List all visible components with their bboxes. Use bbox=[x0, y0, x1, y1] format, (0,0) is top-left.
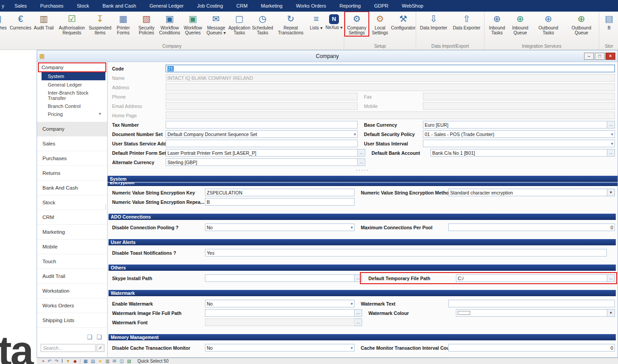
bookmark-icon[interactable]: + bbox=[42, 359, 45, 364]
text-cursor-icon[interactable]: I bbox=[62, 359, 63, 364]
ribbon-item-data-importer[interactable]: ⇩Data Importer bbox=[417, 12, 450, 31]
sidebar-category-audit-trail[interactable]: Audit Trail bbox=[37, 269, 107, 284]
field-input-disable-connection-pooling[interactable]: No▾ bbox=[205, 223, 355, 231]
field-input-disable-cache-transaction-monitor[interactable]: No▾ bbox=[205, 344, 355, 352]
dropdown-button-numeric-value-string-encryption-method[interactable]: ▾ bbox=[607, 189, 615, 196]
ribbon-item-configurator[interactable]: ⚒Configurator bbox=[392, 12, 415, 31]
field-input-cache-monitor-transaction-interval-count[interactable]: 0 bbox=[448, 344, 615, 352]
field-input-watermark-image-file-full-path[interactable] bbox=[205, 309, 355, 317]
form-view-icon[interactable]: ▤ bbox=[91, 359, 95, 364]
ribbon-item-scheduled-tasks[interactable]: ◷Scheduled Tasks bbox=[251, 12, 274, 36]
field-input-home-page[interactable] bbox=[166, 112, 615, 119]
dropdown-caret-icon[interactable]: ▾ bbox=[349, 346, 353, 350]
ellipsis-button-default-bank-account[interactable]: ... bbox=[607, 149, 615, 157]
sidebar-root-company[interactable]: Company bbox=[39, 63, 105, 71]
ellipsis-button-alternate-currency[interactable]: ... bbox=[358, 158, 365, 166]
field-input-email-address[interactable] bbox=[166, 102, 358, 110]
field-input-alternate-currency[interactable]: Sterling [GBP] bbox=[166, 158, 358, 166]
ribbon-item-currencies[interactable]: €Currencies bbox=[9, 12, 32, 31]
ribbon-item-application-tasks[interactable]: ▢Application Tasks bbox=[228, 12, 251, 36]
menu-tab-partial[interactable]: y bbox=[0, 3, 8, 8]
field-input-default-printer-form-set[interactable]: Laser Portrait Printer Form Set [LASER_P… bbox=[166, 149, 358, 157]
field-input-numeric-value-string-encryption-repea[interactable]: B bbox=[205, 198, 355, 206]
field-input-skype-install-path[interactable] bbox=[205, 274, 355, 282]
ribbon-item-audit-trail[interactable]: ▥Audit Trail bbox=[32, 12, 55, 31]
ribbon-item-printer-forms[interactable]: ▦Printer Forms bbox=[112, 12, 135, 36]
chart-icon[interactable]: ▨ bbox=[127, 359, 131, 364]
sidebar-category-stock[interactable]: Stock bbox=[37, 195, 107, 210]
field-input-default-security-policy[interactable]: 01 - Sales - POS (Trade Counter)▾ bbox=[423, 130, 615, 138]
maximize-button[interactable]: □ bbox=[595, 53, 605, 60]
layout-window-icon-a[interactable]: ❑ bbox=[87, 334, 92, 340]
print-icon[interactable]: ▥ bbox=[105, 359, 109, 364]
ellipsis-button-default-temporary-file-path[interactable]: ... bbox=[607, 274, 615, 282]
field-input-watermark-colour[interactable] bbox=[456, 309, 607, 317]
sidebar-category-workstation[interactable]: Workstation bbox=[37, 284, 107, 298]
sidebar-category-marketing[interactable]: Marketing bbox=[37, 225, 107, 240]
sidebar-category-mobile[interactable]: Mobile bbox=[37, 240, 107, 254]
field-input-disable-toast-notifications[interactable]: Yes bbox=[205, 249, 607, 256]
field-input-watermark-text[interactable] bbox=[448, 300, 615, 307]
ribbon-item-inbound-tasks[interactable]: ⊕Inbound Tasks bbox=[485, 12, 509, 36]
menu-tab-works-orders[interactable]: Works Orders bbox=[289, 0, 333, 12]
ellipsis-button-watermark-font[interactable]: ... bbox=[355, 318, 362, 326]
ribbon-item-branches[interactable]: ▤Branches bbox=[0, 12, 9, 31]
sidebar-category-sales[interactable]: Sales bbox=[37, 136, 107, 151]
undo-icon[interactable]: ↶ bbox=[48, 359, 51, 364]
ribbon-item-nexus[interactable]: NNeXus ▾ bbox=[325, 12, 343, 30]
filter-icon[interactable]: ▼ bbox=[66, 359, 70, 364]
ellipsis-button-base-currency[interactable]: ... bbox=[607, 121, 615, 128]
menu-tab-bank-and-cash[interactable]: Bank and Cash bbox=[96, 0, 143, 12]
menu-tab-job-costing[interactable]: Job Costing bbox=[190, 0, 230, 12]
ribbon-item-message-queues[interactable]: ✉Message Queues ▾ bbox=[205, 12, 228, 36]
ribbon-item-workflow-conditions[interactable]: ▣Workflow Conditions bbox=[158, 12, 181, 36]
ribbon-item-clipped-right-item[interactable]: ▤B bbox=[600, 12, 618, 31]
field-input-phone[interactable] bbox=[166, 93, 358, 100]
ellipsis-button-default-printer-form-set[interactable]: ... bbox=[358, 149, 365, 157]
field-input-default-temporary-file-path[interactable]: C:/ bbox=[456, 274, 607, 282]
ribbon-item-inbound-queue[interactable]: ⊕Inbound Queue bbox=[509, 12, 532, 36]
ribbon-item-outbound-tasks[interactable]: ⊕Outbound Tasks bbox=[532, 12, 565, 36]
menu-tab-purchases[interactable]: Purchases bbox=[33, 0, 70, 12]
field-input-numeric-value-string-encryption-key[interactable]: ZSPECULATION bbox=[205, 189, 355, 196]
field-input-mobile[interactable] bbox=[423, 102, 615, 110]
close-button[interactable]: × bbox=[605, 53, 615, 60]
field-input-watermark-font[interactable] bbox=[205, 318, 355, 326]
sidebar-category-shipping-lists[interactable]: Shipping Lists bbox=[37, 313, 107, 328]
sidebar-item-inter-branch-stock-transfer[interactable]: Inter-Branch Stock Transfer bbox=[37, 89, 107, 102]
ribbon-item-local-settings[interactable]: ⚙Local Settings bbox=[368, 12, 392, 36]
window-titlebar[interactable]: ▦ Company – □ × bbox=[37, 50, 618, 62]
field-input-name[interactable]: INTACT IQ BLANK COMPANY IRELAND bbox=[166, 74, 615, 82]
ribbon-item-workflow-queries[interactable]: ▣Workflow Queries bbox=[181, 12, 205, 36]
sidebar-category-crm[interactable]: CRM bbox=[37, 210, 107, 225]
favourites-icon[interactable]: ★ bbox=[98, 359, 102, 364]
sidebar-item-system[interactable]: System bbox=[42, 72, 105, 80]
columns-icon[interactable]: ◫ bbox=[120, 359, 124, 364]
sidebar-item-pricing[interactable]: Pricing▾ bbox=[37, 110, 107, 118]
field-input-maximum-connections-per-pool[interactable]: 0 bbox=[448, 223, 615, 231]
dropdown-caret-icon[interactable]: ▾ bbox=[352, 132, 356, 136]
dropdown-caret-icon[interactable]: ▾ bbox=[349, 225, 353, 230]
menu-tab-reporting[interactable]: Reporting bbox=[333, 0, 367, 12]
menu-tab-sales[interactable]: Sales bbox=[8, 0, 34, 12]
ribbon-item-lists[interactable]: ≡Lists ▾ bbox=[307, 12, 325, 31]
sidebar-item-branch-control[interactable]: Branch Control bbox=[37, 102, 107, 110]
minimize-button[interactable]: – bbox=[584, 53, 594, 60]
field-input-code[interactable]: 21 bbox=[166, 65, 615, 72]
ribbon-item-outbound-queue[interactable]: ⊕Outbound Queue bbox=[565, 12, 598, 36]
ribbon-item-security-policies[interactable]: ▧Security Policies bbox=[135, 12, 158, 36]
ribbon-item-repeat-transactions[interactable]: ↻Repeat Transactions bbox=[274, 12, 307, 36]
sidebar-category-touch[interactable]: Touch bbox=[37, 254, 107, 269]
field-input-numeric-value-string-encryption-method[interactable]: Standard character encryption bbox=[448, 189, 607, 196]
sidebar-category-works-orders[interactable]: Works Orders bbox=[37, 298, 107, 313]
ribbon-item-data-exporter[interactable]: ⇧Data Exporter bbox=[450, 12, 483, 31]
field-input-tax-number[interactable] bbox=[166, 121, 358, 128]
layout-window-icon-b[interactable]: ❑ bbox=[96, 334, 102, 340]
menu-tab-stock[interactable]: Stock bbox=[70, 0, 96, 12]
field-input-base-currency[interactable]: Euro [EUR] bbox=[423, 121, 607, 128]
dropdown-caret-icon[interactable]: ▾ bbox=[349, 302, 353, 306]
sidebar-item-general-ledger[interactable]: General Ledger bbox=[37, 81, 107, 89]
horizontal-splitter[interactable]: ····· bbox=[108, 168, 618, 173]
ribbon-item-company-settings[interactable]: ⚙Company Settings bbox=[345, 12, 368, 36]
sidebar-category-returns[interactable]: Returns bbox=[37, 166, 107, 181]
